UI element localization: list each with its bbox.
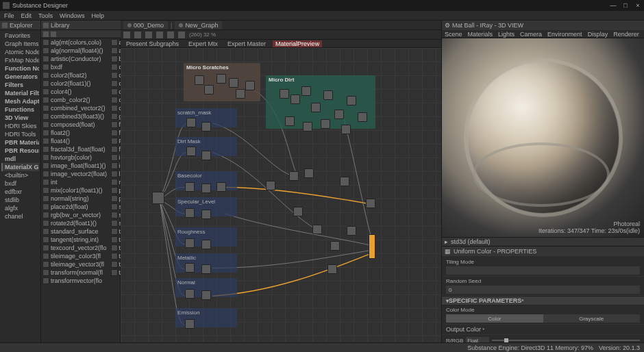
library-item[interactable]: normal(string) xyxy=(41,194,110,203)
graph-node[interactable] xyxy=(366,199,375,208)
menu-tools[interactable]: Tools xyxy=(38,12,53,19)
graph-canvas[interactable]: Micro Scratches Micro Dirt scratch_maskD… xyxy=(121,48,441,352)
explorer-item[interactable]: Material Filters xyxy=(1,89,39,97)
graph-node[interactable] xyxy=(340,177,349,186)
section-specific[interactable]: ▾ SPECIFIC PARAMETERS * xyxy=(442,296,644,305)
toggle-color[interactable]: Color xyxy=(446,314,543,323)
input-seed[interactable]: 0 xyxy=(446,286,640,294)
library-item[interactable]: tileimage_color3(fl xyxy=(41,252,110,260)
menu-edit[interactable]: Edit xyxy=(21,12,32,19)
explorer-item[interactable]: PBR Materials xyxy=(1,138,39,147)
slider-rgb[interactable] xyxy=(492,340,640,341)
library-item[interactable]: image_float(float1)() xyxy=(41,162,110,170)
graph-node[interactable] xyxy=(285,116,295,126)
graph-node[interactable] xyxy=(185,289,195,299)
explorer-item[interactable]: chanel xyxy=(1,212,39,221)
tab-demo[interactable]: 000_Demo xyxy=(123,21,168,29)
graph-node[interactable] xyxy=(216,182,226,192)
explorer-item[interactable]: PBR Resources xyxy=(1,147,39,155)
explorer-item[interactable]: <builtin> xyxy=(1,171,39,179)
graph-node[interactable] xyxy=(289,171,299,181)
library-item[interactable]: hsvtorgb(color) xyxy=(41,153,110,162)
library-list-left[interactable]: alg(mt(colors,colo)alg(normal(float4)()a… xyxy=(41,38,110,352)
minimize-button[interactable]: — xyxy=(610,2,617,9)
explorer-item[interactable]: MaterialX Gra… xyxy=(1,163,39,171)
viewport-dropdown[interactable]: ▸ std3d (default) xyxy=(442,237,644,247)
library-item[interactable]: mix(color1(float1)() xyxy=(41,186,110,194)
library-item[interactable]: tangent(string,int) xyxy=(41,236,110,244)
graph-node[interactable] xyxy=(185,208,195,218)
menu-file[interactable]: File xyxy=(4,12,14,19)
graph-node[interactable] xyxy=(185,319,195,329)
library-item[interactable]: float4() xyxy=(41,137,110,145)
explorer-item[interactable]: Generators xyxy=(1,73,39,81)
bc-item[interactable]: Expert Master xyxy=(225,40,269,47)
tool-icon[interactable] xyxy=(145,32,152,38)
graph-node[interactable] xyxy=(321,119,330,129)
library-item[interactable]: bxdf xyxy=(41,63,110,71)
explorer-item[interactable]: mdl xyxy=(1,155,39,163)
graph-node[interactable] xyxy=(369,234,375,259)
library-item[interactable]: color2(float2) xyxy=(41,71,110,79)
bc-item-active[interactable]: MaterialPreview xyxy=(273,40,322,47)
tool-icon[interactable] xyxy=(167,32,174,38)
tool-icon[interactable] xyxy=(178,32,185,38)
graph-node[interactable] xyxy=(152,192,164,204)
graph-node[interactable] xyxy=(185,263,195,273)
graph-node[interactable] xyxy=(204,85,214,95)
explorer-item[interactable]: Filters xyxy=(1,81,39,89)
vp-camera[interactable]: Camera xyxy=(520,31,542,38)
graph-node[interactable] xyxy=(312,225,322,234)
menu-windows[interactable]: Windows xyxy=(60,12,85,19)
graph-node[interactable] xyxy=(201,290,211,300)
graph-node[interactable] xyxy=(185,182,195,192)
explorer-item[interactable]: Function Nodes xyxy=(1,64,39,73)
graph-node[interactable] xyxy=(201,184,211,193)
filter-icon[interactable] xyxy=(51,32,56,37)
graph-node[interactable] xyxy=(311,103,321,112)
graph-node[interactable] xyxy=(323,90,333,100)
gear-icon[interactable]: ⚙ xyxy=(445,22,450,29)
vp-display[interactable]: Display xyxy=(588,31,608,38)
graph-node[interactable] xyxy=(201,151,211,160)
graph-node[interactable] xyxy=(334,110,344,119)
graph-node[interactable] xyxy=(341,125,351,134)
explorer-tree[interactable]: FavoritesGraph ItemsAtomic NodesFxMap No… xyxy=(0,30,40,352)
library-item[interactable]: artistic(Conductor) xyxy=(41,55,110,63)
library-item[interactable]: tileimage_vector3(fl xyxy=(41,260,110,268)
library-item[interactable]: rgb(bw_or_vector) xyxy=(41,211,110,219)
library-item[interactable]: int xyxy=(41,178,110,186)
library-item[interactable]: float2() xyxy=(41,129,110,137)
library-item[interactable]: place2d(float) xyxy=(41,203,110,211)
library-item[interactable]: transformvector(flo xyxy=(41,277,110,285)
viewport-3d[interactable]: Photoreal Iterations: 347/347 Time: 23s/… xyxy=(442,38,644,237)
graph-node[interactable] xyxy=(330,241,340,251)
search-icon[interactable] xyxy=(43,32,49,37)
graph-node[interactable] xyxy=(301,86,311,96)
graph-node[interactable] xyxy=(266,181,275,190)
explorer-item[interactable]: 3D View xyxy=(1,114,39,122)
library-item[interactable]: fractal3d_float(float) xyxy=(41,145,110,153)
library-item[interactable]: color2(float1)() xyxy=(41,79,110,88)
library-item[interactable]: image_vector2(float) xyxy=(41,170,110,178)
library-item[interactable]: texcoord_vector2(flo xyxy=(41,244,110,252)
library-item[interactable]: rotate2d(float1)() xyxy=(41,219,110,227)
library-item[interactable]: standard_surface xyxy=(41,227,110,236)
library-item[interactable]: combined_vector2() xyxy=(41,104,110,112)
vp-env[interactable]: Environment xyxy=(547,31,582,38)
graph-node[interactable] xyxy=(195,75,204,85)
bc-item[interactable]: Expert Mtx xyxy=(186,40,221,47)
graph-node[interactable] xyxy=(201,210,211,219)
tool-icon[interactable] xyxy=(156,32,163,38)
maximize-button[interactable]: □ xyxy=(622,2,629,9)
graph-node[interactable] xyxy=(327,264,337,274)
explorer-item[interactable]: FxMap Nodes xyxy=(1,56,39,64)
library-item[interactable]: comb_color2() xyxy=(41,96,110,104)
graph-node[interactable] xyxy=(293,207,303,216)
explorer-item[interactable]: HDRI Tools xyxy=(1,130,39,138)
explorer-item[interactable]: Favorites xyxy=(1,32,39,40)
graph-node[interactable] xyxy=(186,147,196,156)
graph-node[interactable] xyxy=(201,240,211,249)
explorer-item[interactable]: Functions xyxy=(1,105,39,114)
tool-icon[interactable] xyxy=(134,32,141,38)
